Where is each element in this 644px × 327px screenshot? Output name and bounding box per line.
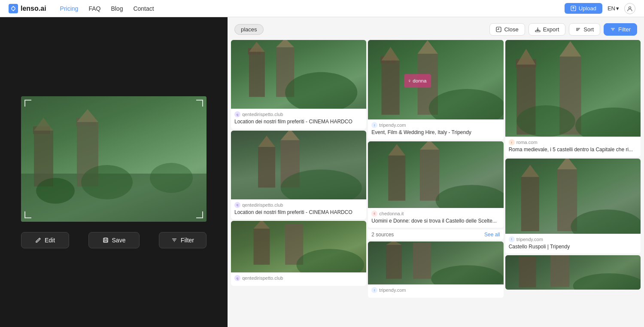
grid-item-image bbox=[505, 159, 641, 234]
svg-rect-91 bbox=[521, 177, 539, 231]
castle-thumbnail-3 bbox=[231, 221, 366, 272]
svg-rect-97 bbox=[519, 257, 536, 287]
crop-handle-tl[interactable] bbox=[24, 100, 31, 107]
grid-item[interactable] bbox=[505, 255, 641, 290]
action-buttons: Edit Save Filter bbox=[21, 232, 207, 248]
source-badge: t tripendy.com bbox=[509, 236, 637, 242]
svg-rect-38 bbox=[249, 52, 265, 97]
source-favicon: t bbox=[371, 287, 377, 293]
nav-faq[interactable]: FAQ bbox=[88, 5, 100, 12]
svg-rect-98 bbox=[550, 255, 569, 287]
grid-item[interactable]: q qentedirispetto.club Location dei nost… bbox=[231, 131, 366, 220]
castle-thumbnail-8 bbox=[505, 159, 641, 234]
castle-thumbnail-7 bbox=[505, 40, 641, 137]
svg-point-21 bbox=[150, 163, 193, 193]
close-button[interactable]: Close bbox=[489, 23, 525, 36]
filter-icon-left bbox=[171, 237, 177, 243]
user-icon bbox=[627, 6, 633, 12]
nav-blog[interactable]: Blog bbox=[111, 5, 123, 12]
filter-button[interactable]: Filter bbox=[604, 23, 637, 36]
toolbar: places Close Export bbox=[228, 17, 644, 40]
sort-icon bbox=[575, 27, 581, 32]
crop-handle-br[interactable] bbox=[196, 211, 203, 218]
svg-point-89 bbox=[516, 105, 575, 137]
left-panel: Edit Save Filter bbox=[0, 17, 228, 327]
results-grid: q qentedirispetto.club Location dei nost… bbox=[228, 40, 644, 327]
column-1: q qentedirispetto.club Location dei nost… bbox=[231, 40, 366, 324]
tag-pill[interactable]: places bbox=[234, 24, 264, 35]
svg-rect-69 bbox=[389, 155, 406, 200]
nav-contact[interactable]: Contact bbox=[133, 5, 154, 12]
nav-pricing[interactable]: Pricing bbox=[60, 5, 79, 12]
grid-item[interactable]: c chedonna.it Uomini e Donne: dove si tr… bbox=[368, 141, 503, 228]
upload-icon bbox=[571, 6, 576, 11]
castle-thumbnail-1 bbox=[231, 40, 366, 109]
grid-item-image bbox=[505, 40, 641, 137]
castle-svg bbox=[21, 96, 207, 222]
svg-rect-71 bbox=[420, 150, 439, 201]
crop-handle-bl[interactable] bbox=[24, 211, 31, 218]
right-panel: places Close Export bbox=[228, 17, 644, 327]
grid-item[interactable]: q qentedirispetto.club Location dei nost… bbox=[231, 40, 366, 129]
save-icon bbox=[103, 237, 109, 243]
grid-item-image bbox=[505, 255, 641, 290]
source-badge: q qentedirispetto.club bbox=[234, 111, 363, 117]
grid-item-footer: r roma.com Roma medievale, i 5 castelli … bbox=[505, 137, 641, 157]
see-all-link[interactable]: See all bbox=[484, 232, 500, 238]
castle-thumbnail-9 bbox=[505, 255, 641, 290]
save-button[interactable]: Save bbox=[88, 232, 140, 248]
main-image bbox=[21, 96, 207, 222]
svg-point-22 bbox=[36, 178, 75, 204]
source-badge: t tripendy.com bbox=[371, 122, 500, 128]
svg-rect-58 bbox=[382, 61, 400, 115]
language-selector[interactable]: EN ▾ bbox=[608, 5, 619, 12]
grid-item[interactable]: q qentedirispetto.club bbox=[231, 221, 366, 286]
grid-item[interactable]: ♀ donna t tripendy.com Event, Film & Wed… bbox=[368, 40, 503, 140]
source-favicon: q bbox=[234, 111, 240, 117]
grid-item-footer: t tripendy.com Event, Film & Wedding Hir… bbox=[368, 119, 503, 140]
grid-item-image: ♀ donna bbox=[368, 40, 503, 119]
svg-rect-53 bbox=[254, 229, 270, 265]
sort-button[interactable]: Sort bbox=[569, 23, 600, 36]
svg-text:♀ donna: ♀ donna bbox=[408, 78, 427, 83]
main-content: Edit Save Filter bbox=[0, 17, 644, 327]
edit-button[interactable]: Edit bbox=[21, 232, 69, 248]
edit-icon bbox=[35, 237, 41, 243]
toolbar-actions: Close Export Sort bbox=[489, 23, 637, 36]
upload-button[interactable]: Upload bbox=[565, 3, 602, 14]
logo-icon bbox=[9, 4, 18, 13]
grid-item[interactable]: r roma.com Roma medievale, i 5 castelli … bbox=[505, 40, 641, 157]
source-favicon: t bbox=[371, 122, 377, 128]
source-badge: t tripendy.com bbox=[371, 287, 500, 293]
filter-button-left[interactable]: Filter bbox=[159, 232, 207, 248]
svg-point-5 bbox=[629, 6, 631, 9]
svg-rect-25 bbox=[104, 241, 107, 242]
source-favicon: c bbox=[371, 211, 377, 217]
castle-thumbnail-2 bbox=[231, 131, 366, 199]
grid-item-footer: c chedonna.it Uomini e Donne: dove si tr… bbox=[368, 208, 503, 228]
nav: Pricing FAQ Blog Contact bbox=[60, 5, 154, 12]
logo[interactable]: lenso.ai bbox=[9, 4, 46, 13]
column-2: ♀ donna t tripendy.com Event, Film & Wed… bbox=[368, 40, 503, 324]
svg-point-20 bbox=[81, 165, 133, 199]
grid-item[interactable]: t tripendy.com Castello Ruspoli | Tripen… bbox=[505, 159, 641, 254]
source-badge: q qentedirispetto.club bbox=[234, 275, 363, 281]
svg-rect-47 bbox=[258, 147, 275, 188]
filter-icon bbox=[610, 27, 616, 32]
source-favicon: t bbox=[509, 236, 515, 242]
export-button[interactable]: Export bbox=[529, 23, 566, 36]
castle-thumbnail-5 bbox=[368, 141, 503, 208]
grid-item-image bbox=[231, 131, 366, 199]
user-avatar-button[interactable] bbox=[624, 3, 635, 14]
crop-handle-tr[interactable] bbox=[196, 100, 203, 107]
source-badge: c chedonna.it bbox=[371, 211, 500, 217]
close-icon bbox=[496, 27, 501, 32]
grid-item-footer: t tripendy.com bbox=[368, 284, 503, 298]
grid-item-footer: q qentedirispetto.club bbox=[231, 272, 366, 286]
grid-item-image bbox=[368, 141, 503, 208]
column-3: r roma.com Roma medievale, i 5 castelli … bbox=[505, 40, 641, 324]
grid-item-image bbox=[231, 221, 366, 272]
castle-thumbnail-4: ♀ donna bbox=[368, 40, 503, 119]
grid-item[interactable]: t tripendy.com bbox=[368, 241, 503, 298]
grid-item-footer: q qentedirispetto.club Location dei nost… bbox=[231, 109, 366, 129]
